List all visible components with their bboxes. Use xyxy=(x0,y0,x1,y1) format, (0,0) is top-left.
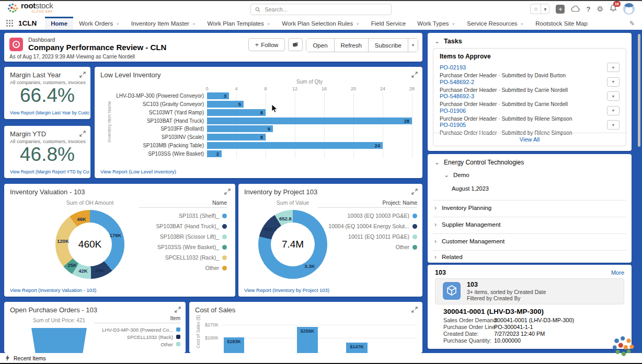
account-section-header[interactable]: ⌄ Energy Control Technologies xyxy=(434,159,524,166)
x-tick-label: 16 xyxy=(319,86,329,91)
donut-axis-title: Sum of OH Amount xyxy=(55,199,124,206)
slice-value-label: 25K xyxy=(67,262,76,268)
summary-sort-text: 3+ items, sorted by Created Date xyxy=(467,289,546,295)
tab-home[interactable]: Home xyxy=(45,17,73,30)
widget-margin-ytd: Margin YTD All companies, customers, inv… xyxy=(4,126,90,178)
view-report-link[interactable]: View Report (Inventory by Project 103) xyxy=(244,287,329,293)
expand-icon[interactable] xyxy=(411,72,418,78)
tasks-section-header[interactable]: ⌄ Tasks xyxy=(434,38,462,45)
setup-gear-icon[interactable]: ⚙ xyxy=(597,5,603,13)
recent-items-bar[interactable]: Recent Items xyxy=(0,353,642,363)
legend-label: SPCELL1032 (Rack) xyxy=(127,334,173,340)
approval-item-link[interactable]: PO-01905 xyxy=(440,122,466,128)
row-actions-dropdown[interactable]: ▼ xyxy=(607,63,620,72)
view-report-link[interactable]: View Report (Margin Last Year by Custom.… xyxy=(10,110,89,115)
category-label: SP103BAT (Hand Truck) xyxy=(147,118,204,124)
refresh-button[interactable]: Refresh xyxy=(334,39,368,52)
donut-chart: 7.4M 3.3K923.7652.6 xyxy=(258,210,327,279)
legend-label: 10011 (EQ 10011 PG&E) xyxy=(348,233,409,240)
divider xyxy=(433,217,626,217)
demo-section-header[interactable]: ⌄ Demo xyxy=(444,172,469,178)
favorites-dropdown-icon[interactable]: ▾ xyxy=(541,4,549,14)
bar[interactable]: 9 xyxy=(207,125,273,132)
tab-rootstock-site-map[interactable]: Rootstock Site Map xyxy=(530,17,593,30)
widget-margin-last-year: Margin Last Year All companies, customer… xyxy=(4,67,90,119)
approval-item-link[interactable]: PO-01906 xyxy=(440,108,466,114)
expand-icon[interactable] xyxy=(175,307,181,313)
slideshow-button[interactable] xyxy=(288,38,303,51)
global-actions-icon[interactable]: + xyxy=(556,5,565,14)
bar[interactable]: 8 xyxy=(207,134,266,140)
more-actions-dropdown[interactable]: ▾ xyxy=(408,39,418,52)
legend-entry: SPCELL1032 (Rack) xyxy=(94,333,180,340)
view-report-link[interactable]: View Report (Inventory Valuation - 103) xyxy=(10,287,96,293)
view-report-link[interactable]: View Report (Low Level Inventory) xyxy=(100,169,176,174)
x-tick-label: 20 xyxy=(348,86,359,91)
bar[interactable]: 5 xyxy=(207,101,244,108)
field-value: 10.000000 xyxy=(494,337,521,344)
record-title-link[interactable]: 300041-0001 (LHV-D3-MP-300) xyxy=(443,308,544,315)
x-tick-label: 24 xyxy=(377,86,388,91)
view-report-link[interactable]: View Report (Margin Report YTD by Custo.… xyxy=(10,169,89,174)
global-header: rootstock CLOUD ERP ☆ ▾ + ? ⚙ xyxy=(0,1,642,17)
bar[interactable]: $147K xyxy=(346,343,368,353)
more-link[interactable]: More xyxy=(611,269,624,276)
bar[interactable]: 2 xyxy=(207,150,222,157)
bar[interactable]: 24 xyxy=(207,142,383,149)
user-avatar[interactable] xyxy=(623,3,635,15)
approval-item-link[interactable]: PO-02193 xyxy=(440,64,466,71)
tab-service-resources[interactable]: Service Resources⌄ xyxy=(461,17,530,30)
row-actions-dropdown[interactable]: ▼ xyxy=(607,91,620,101)
star-icon[interactable]: ☆ xyxy=(531,4,541,14)
section-row-supplier-management[interactable]: ›Supplier Management xyxy=(434,221,626,228)
view-all-link[interactable]: View All xyxy=(433,133,626,146)
tab-work-orders[interactable]: Work Orders⌄ xyxy=(73,17,125,30)
section-row-related[interactable]: ›Related xyxy=(434,253,626,261)
row-actions-dropdown[interactable]: ▼ xyxy=(607,77,620,87)
legend-swatch xyxy=(176,335,180,339)
bar[interactable]: 28 xyxy=(207,118,412,124)
bar[interactable]: $183K xyxy=(224,337,244,353)
expand-icon[interactable] xyxy=(79,72,86,78)
x-axis-title: Sum of Qty xyxy=(207,79,412,85)
bar[interactable]: $256K xyxy=(297,327,318,353)
expand-icon[interactable] xyxy=(224,189,231,195)
favorites-button[interactable]: ☆ ▾ xyxy=(530,4,549,14)
help-icon[interactable]: ? xyxy=(586,6,590,13)
tab-work-plan-selection-rules[interactable]: Work Plan Selection Rules⌄ xyxy=(276,17,365,30)
search-input[interactable] xyxy=(263,6,387,13)
tab-label: Work Plan Selection Rules xyxy=(282,20,353,27)
tab-inventory-item-master[interactable]: Inventory Item Master⌄ xyxy=(125,17,202,30)
open-button[interactable]: Open xyxy=(306,39,334,52)
follow-button[interactable]: +Follow xyxy=(248,38,285,51)
expand-icon[interactable] xyxy=(79,131,86,137)
legend-label: SP103BR (Scissor Lift)_ xyxy=(160,233,219,240)
legend-entry: SP103BAT (Hand Truck)_ xyxy=(139,221,227,231)
tab-field-service[interactable]: Field Service xyxy=(365,17,411,30)
vertical-scrollbar-thumb[interactable] xyxy=(638,34,640,147)
edit-nav-pencil-icon[interactable]: ✎ xyxy=(629,20,635,27)
approval-item-link[interactable]: PO-548692-3 xyxy=(440,93,474,99)
approval-item-link[interactable]: PO-548692-2 xyxy=(440,79,474,85)
notifications-button[interactable]: 16 xyxy=(610,4,617,14)
widget-title: Margin Last Year xyxy=(10,71,61,79)
rootstock-watermark-icon xyxy=(612,335,636,360)
subscribe-button[interactable]: Subscribe xyxy=(368,39,408,52)
legend-entry: 10003 (EQ 10003 PG&E) xyxy=(318,210,417,221)
tab-work-types[interactable]: Work Types⌄ xyxy=(411,17,461,30)
row-actions-dropdown[interactable]: ▼ xyxy=(607,120,620,130)
bar[interactable]: 3 xyxy=(207,92,229,99)
global-search[interactable] xyxy=(250,4,392,15)
tab-work-plan-templates[interactable]: Work Plan Templates⌄ xyxy=(202,17,277,30)
trailhead-icon[interactable] xyxy=(571,6,580,13)
section-row-inventory-planning[interactable]: ›Inventory Planning xyxy=(434,204,626,212)
expand-icon[interactable] xyxy=(411,307,418,313)
bar-row: SP103FF (Bollard)9 xyxy=(95,125,422,133)
legend-title: Item xyxy=(94,315,180,323)
section-row-customer-management[interactable]: ›Customer Management xyxy=(434,238,626,245)
app-launcher-icon[interactable] xyxy=(6,20,13,27)
bar[interactable]: 8 xyxy=(207,109,266,116)
salesforce-window: rootstock CLOUD ERP ☆ ▾ + ? ⚙ xyxy=(0,0,642,364)
row-actions-dropdown[interactable]: ▼ xyxy=(607,106,620,115)
expand-icon[interactable] xyxy=(411,189,418,195)
